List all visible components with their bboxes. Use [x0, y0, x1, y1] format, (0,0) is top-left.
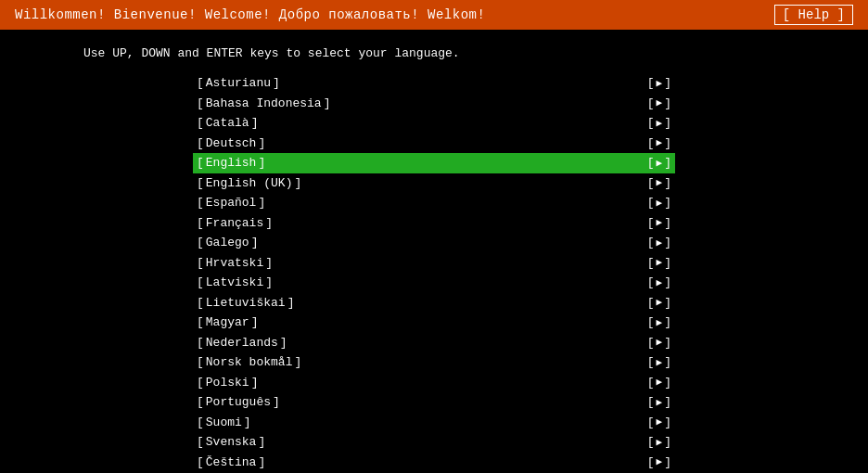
- lang-bracket-right: ]: [324, 95, 331, 113]
- lang-item-polski[interactable]: [ Polski ][ ▶ ]: [193, 373, 675, 393]
- lang-item-english[interactable]: [ English ][ ▶ ]: [193, 153, 675, 173]
- lang-item-english-uk[interactable]: [ English (UK) ][ ▶ ]: [193, 173, 675, 194]
- lang-bracket-right: ]: [273, 393, 280, 412]
- lang-bracket-left: [: [197, 134, 204, 153]
- lang-arrow-bracket-left: [: [647, 194, 655, 212]
- lang-arrow-bracket-right: ]: [664, 74, 671, 93]
- lang-bracket-left: [: [197, 154, 204, 173]
- header-bar: Willkommen! Bienvenue! Welcome! Добро по…: [0, 0, 868, 30]
- lang-bracket-left: [: [197, 454, 204, 472]
- lang-bracket-left: [: [197, 234, 204, 252]
- lang-arrow-bracket-left: [: [647, 433, 655, 452]
- lang-label: Català: [206, 114, 249, 133]
- lang-bracket-right: ]: [258, 433, 265, 452]
- lang-arrow-icon: ▶: [657, 335, 663, 351]
- lang-arrow-icon: ▶: [657, 135, 663, 151]
- lang-label: Español: [206, 194, 257, 212]
- lang-bracket-left: [: [197, 95, 204, 113]
- lang-label: Deutsch: [206, 134, 257, 153]
- lang-bracket-right: ]: [244, 414, 251, 432]
- lang-arrow-bracket-right: ]: [664, 294, 671, 313]
- lang-arrow-bracket-left: [: [647, 114, 655, 133]
- lang-label: Čeština: [206, 454, 257, 472]
- lang-arrow-bracket-right: ]: [664, 374, 671, 392]
- lang-item-portugues[interactable]: [ Português ][ ▶ ]: [193, 392, 675, 413]
- lang-arrow-bracket-right: ]: [664, 114, 671, 133]
- lang-item-magyar[interactable]: [ Magyar ][ ▶ ]: [193, 313, 675, 333]
- lang-arrow-bracket-left: [: [647, 174, 655, 193]
- lang-bracket-left: [: [197, 433, 204, 452]
- lang-bracket-left: [: [197, 214, 204, 233]
- lang-arrow-icon: ▶: [657, 355, 663, 371]
- lang-arrow-bracket-left: [: [647, 353, 655, 372]
- lang-arrow-icon: ▶: [657, 76, 663, 92]
- lang-bracket-left: [: [197, 254, 204, 273]
- lang-item-lietuviskai[interactable]: [ Lietuviškai ][ ▶ ]: [193, 293, 675, 313]
- lang-arrow-icon: ▶: [657, 395, 663, 411]
- lang-arrow-bracket-right: ]: [664, 454, 671, 472]
- lang-arrow-icon: ▶: [657, 454, 663, 470]
- language-list: [ Asturianu ][ ▶ ][ Bahasa Indonesia ][ …: [0, 73, 868, 473]
- lang-item-cestina[interactable]: [ Čeština ][ ▶ ]: [193, 453, 675, 473]
- lang-arrow-bracket-right: ]: [664, 134, 671, 153]
- lang-arrow-bracket-left: [: [647, 134, 655, 153]
- lang-item-latviski[interactable]: [ Latviski ][ ▶ ]: [193, 273, 675, 293]
- lang-label: Svenska: [206, 433, 257, 452]
- lang-arrow-icon: ▶: [657, 156, 663, 172]
- lang-label: Latviski: [206, 274, 263, 292]
- lang-bracket-left: [: [197, 393, 204, 412]
- lang-bracket-right: ]: [265, 214, 273, 233]
- lang-item-hrvatski[interactable]: [ Hrvatski ][ ▶ ]: [193, 253, 675, 274]
- lang-label: Norsk bokmål: [206, 353, 293, 372]
- lang-bracket-right: ]: [265, 274, 273, 292]
- lang-bracket-left: [: [197, 313, 204, 332]
- lang-item-suomi[interactable]: [ Suomi ][ ▶ ]: [193, 413, 675, 433]
- lang-arrow-bracket-left: [: [647, 414, 655, 432]
- lang-item-francais[interactable]: [ Français ][ ▶ ]: [193, 213, 675, 234]
- lang-arrow-bracket-right: ]: [664, 254, 671, 273]
- lang-arrow-bracket-left: [: [647, 374, 655, 392]
- lang-label: Magyar: [206, 313, 249, 332]
- lang-arrow-bracket-left: [: [647, 154, 655, 173]
- lang-bracket-right: ]: [294, 174, 301, 193]
- lang-arrow-icon: ▶: [657, 196, 663, 211]
- lang-arrow-bracket-right: ]: [664, 313, 671, 332]
- lang-bracket-right: ]: [251, 313, 259, 332]
- lang-arrow-bracket-right: ]: [664, 174, 671, 193]
- lang-arrow-icon: ▶: [657, 96, 663, 111]
- lang-arrow-icon: ▶: [657, 175, 663, 191]
- lang-item-svenska[interactable]: [ Svenska ][ ▶ ]: [193, 432, 675, 453]
- lang-item-espanol[interactable]: [ Español ][ ▶ ]: [193, 193, 675, 213]
- lang-arrow-icon: ▶: [657, 215, 663, 231]
- lang-arrow-bracket-left: [: [647, 454, 655, 472]
- lang-item-asturianu[interactable]: [ Asturianu ][ ▶ ]: [193, 73, 675, 94]
- lang-bracket-left: [: [197, 334, 204, 352]
- lang-item-catala[interactable]: [ Català ][ ▶ ]: [193, 113, 675, 134]
- lang-label: English: [206, 154, 257, 173]
- lang-arrow-bracket-right: ]: [664, 95, 671, 113]
- lang-bracket-right: ]: [287, 294, 295, 313]
- lang-bracket-right: ]: [251, 234, 259, 252]
- lang-item-galego[interactable]: [ Galego ][ ▶ ]: [193, 233, 675, 253]
- lang-bracket-left: [: [197, 414, 204, 432]
- lang-bracket-left: [: [197, 194, 204, 212]
- lang-label: English (UK): [206, 174, 293, 193]
- lang-arrow-icon: ▶: [657, 255, 663, 271]
- lang-item-nederlands[interactable]: [ Nederlands ][ ▶ ]: [193, 333, 675, 353]
- lang-label: Suomi: [206, 414, 242, 432]
- lang-arrow-bracket-right: ]: [664, 274, 671, 292]
- lang-arrow-bracket-right: ]: [664, 214, 671, 233]
- lang-label: Polski: [206, 374, 249, 392]
- help-button[interactable]: [ Help ]: [774, 5, 853, 25]
- lang-bracket-right: ]: [251, 374, 259, 392]
- lang-bracket-right: ]: [265, 254, 273, 273]
- lang-arrow-bracket-right: ]: [664, 154, 671, 173]
- lang-label: Português: [206, 393, 271, 412]
- lang-item-bahasa-indonesia[interactable]: [ Bahasa Indonesia ][ ▶ ]: [193, 94, 675, 114]
- lang-label: Lietuviškai: [206, 294, 286, 313]
- lang-item-deutsch[interactable]: [ Deutsch ][ ▶ ]: [193, 134, 675, 154]
- lang-item-norsk-bokmal[interactable]: [ Norsk bokmål ][ ▶ ]: [193, 352, 675, 373]
- lang-arrow-bracket-left: [: [647, 313, 655, 332]
- lang-bracket-right: ]: [251, 114, 259, 133]
- lang-arrow-icon: ▶: [657, 295, 663, 311]
